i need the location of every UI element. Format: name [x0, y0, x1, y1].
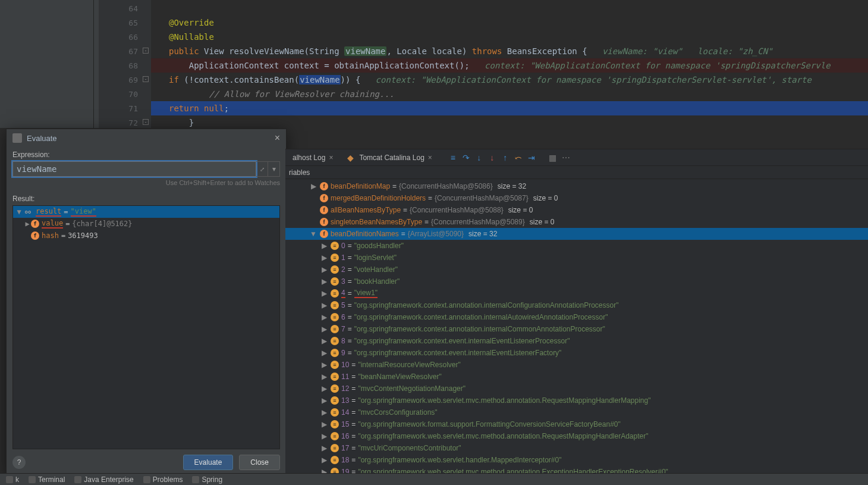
footer-tab-icon: [6, 476, 13, 483]
gutter-line[interactable]: 64: [99, 1, 141, 15]
variable-row[interactable]: ▶≡10 = "internalResourceViewResolver": [285, 359, 868, 371]
tab-close-icon[interactable]: ×: [329, 154, 333, 162]
variable-row[interactable]: ▶≡7 = "org.springframework.context.annot…: [285, 323, 868, 335]
variable-row[interactable]: ▼fbeanDefinitionNames = {ArrayList@5090}…: [285, 228, 868, 240]
variable-row[interactable]: ▶≡0 = "goodsHandler": [285, 240, 868, 252]
variable-row[interactable]: ▶≡15 = "org.springframework.format.suppo…: [285, 418, 868, 430]
footer-tab[interactable]: Java Enterprise: [74, 475, 133, 484]
gutter-line[interactable]: 69: [99, 73, 141, 87]
gutter-line[interactable]: 72: [99, 115, 141, 130]
gutter-line[interactable]: 71: [99, 101, 141, 115]
code-line[interactable]: [151, 1, 868, 15]
code-line[interactable]: @Nullable: [151, 30, 868, 44]
debug-tab-tomcat-log[interactable]: ◆ Tomcat Catalina Log ×: [340, 151, 436, 165]
evaluate-expression-icon[interactable]: ▦: [548, 152, 558, 163]
variable-row[interactable]: ▶≡5 = "org.springframework.context.annot…: [285, 299, 868, 311]
code-line[interactable]: // Allow for ViewResolver chaining...: [151, 87, 868, 101]
variable-row[interactable]: fmergedBeanDefinitionHolders = {Concurre…: [285, 192, 868, 204]
variable-row[interactable]: ▶≡11 = "beanNameViewResolver": [285, 371, 868, 383]
step-into-icon[interactable]: ↓: [474, 152, 485, 163]
footer-tab-icon: [192, 476, 199, 483]
code-line[interactable]: ApplicationContext context = obtainAppli…: [151, 58, 868, 73]
variable-row[interactable]: ▶≡12 = "mvcContentNegotiationManager": [285, 383, 868, 395]
expand-icon[interactable]: ⤢: [256, 161, 268, 177]
debug-panel[interactable]: alhost Log × ◆ Tomcat Catalina Log × ≡ ↷…: [285, 149, 868, 485]
code-line[interactable]: return null;: [151, 101, 868, 115]
footer-tab-icon: [29, 476, 36, 483]
run-to-cursor-icon[interactable]: ⇥: [526, 152, 537, 163]
footer-tab-icon: [74, 476, 81, 483]
intellij-icon: [12, 133, 22, 143]
show-execution-point-icon[interactable]: ≡: [448, 152, 458, 163]
variable-row[interactable]: ▶≡9 = "org.springframework.context.event…: [285, 347, 868, 359]
result-tree[interactable]: ▼ooresult = "view"▶fvalue = {char[4]@516…: [12, 205, 280, 449]
variable-row[interactable]: ▶≡13 = "org.springframework.web.servlet.…: [285, 395, 868, 406]
evaluate-button[interactable]: Evaluate: [183, 455, 234, 470]
gutter-line[interactable]: 68: [99, 58, 141, 73]
dialog-title: Evaluate: [27, 134, 57, 143]
step-over-icon[interactable]: ↷: [461, 152, 471, 163]
variable-row[interactable]: ▶≡2 = "voteHandler": [285, 264, 868, 276]
variable-row[interactable]: fallBeanNamesByType = {ConcurrentHashMap…: [285, 204, 868, 216]
tomcat-icon: ◆: [345, 152, 356, 163]
code-line[interactable]: if (!context.containsBean(viewName)) { c…: [151, 73, 868, 87]
footer-tab[interactable]: Problems: [143, 475, 183, 484]
gutter-line[interactable]: 67: [99, 44, 141, 58]
close-icon[interactable]: ×: [275, 133, 280, 143]
variable-row[interactable]: ▶≡4 = "view1": [285, 287, 868, 299]
debug-tab-localhost-log[interactable]: alhost Log ×: [288, 151, 338, 165]
footer-tab[interactable]: k: [6, 475, 19, 484]
project-sidebar: [0, 0, 94, 128]
history-dropdown-icon[interactable]: ▾: [268, 161, 280, 177]
variable-row[interactable]: ▶≡1 = "loginServlet": [285, 252, 868, 264]
dialog-titlebar[interactable]: Evaluate ×: [7, 129, 286, 147]
step-out-icon[interactable]: ↑: [500, 152, 511, 163]
result-tree-row[interactable]: ▶fvalue = {char[4]@5162}: [13, 218, 279, 230]
code-line[interactable]: @Override: [151, 15, 868, 30]
variables-tree[interactable]: ▶fbeanDefinitionMap = {ConcurrentHashMap…: [285, 179, 868, 485]
code-editor[interactable]: 646566676869707172 --- @Override@Nullabl…: [0, 0, 868, 128]
variable-row[interactable]: ▶≡8 = "org.springframework.context.event…: [285, 335, 868, 347]
fold-column[interactable]: ---: [141, 0, 151, 128]
gutter[interactable]: 646566676869707172: [99, 0, 141, 128]
variable-row[interactable]: ▶≡17 = "mvcUriComponentsContributor": [285, 442, 868, 454]
variable-row[interactable]: ▶≡16 = "org.springframework.web.servlet.…: [285, 430, 868, 442]
variable-row[interactable]: ▶≡14 = "mvcCorsConfigurations": [285, 406, 868, 418]
evaluate-dialog[interactable]: Evaluate × Expression: ⤢ ▾ Use Ctrl+Shif…: [6, 129, 287, 476]
expression-hint: Use Ctrl+Shift+Enter to add to Watches: [12, 179, 280, 186]
gutter-line[interactable]: 65: [99, 15, 141, 30]
drop-frame-icon[interactable]: ⤺: [513, 152, 524, 163]
variable-row[interactable]: ▶≡3 = "bookHandler": [285, 276, 868, 287]
variable-row[interactable]: ▶≡6 = "org.springframework.context.annot…: [285, 311, 868, 323]
variable-row[interactable]: ▶fbeanDefinitionMap = {ConcurrentHashMap…: [285, 180, 868, 192]
variable-row[interactable]: ▶≡18 = "org.springframework.web.servlet.…: [285, 454, 868, 466]
variables-header: riables: [285, 166, 868, 179]
tab-close-icon[interactable]: ×: [428, 154, 432, 162]
footer-tab[interactable]: Spring: [192, 475, 222, 484]
variable-row[interactable]: fsingletonBeanNamesByType = {ConcurrentH…: [285, 216, 868, 228]
result-tree-row[interactable]: ▼ooresult = "view": [13, 206, 279, 218]
editor-stripe: [94, 0, 99, 128]
trace-current-stream-chain-icon[interactable]: ⋯: [561, 152, 571, 163]
expression-label: Expression:: [12, 151, 280, 159]
result-tree-row[interactable]: fhash = 3619493: [13, 230, 279, 242]
footer-tab[interactable]: Terminal: [29, 475, 65, 484]
code-line[interactable]: }: [151, 115, 868, 130]
expression-input[interactable]: [12, 161, 256, 177]
code-area[interactable]: @Override@Nullablepublic View resolveVie…: [151, 0, 868, 128]
code-line[interactable]: public View resolveViewName(String viewN…: [151, 44, 868, 58]
help-icon[interactable]: ?: [12, 456, 26, 469]
close-button[interactable]: Close: [239, 455, 280, 470]
result-label: Result:: [12, 195, 280, 203]
ide-footer-tabs[interactable]: kTerminalJava EnterpriseProblemsSpring: [0, 473, 868, 485]
gutter-line[interactable]: 70: [99, 87, 141, 101]
gutter-line[interactable]: 66: [99, 30, 141, 44]
footer-tab-icon: [143, 476, 150, 483]
force-step-into-icon[interactable]: ↓: [487, 152, 498, 163]
debug-toolbar[interactable]: alhost Log × ◆ Tomcat Catalina Log × ≡ ↷…: [285, 149, 868, 166]
